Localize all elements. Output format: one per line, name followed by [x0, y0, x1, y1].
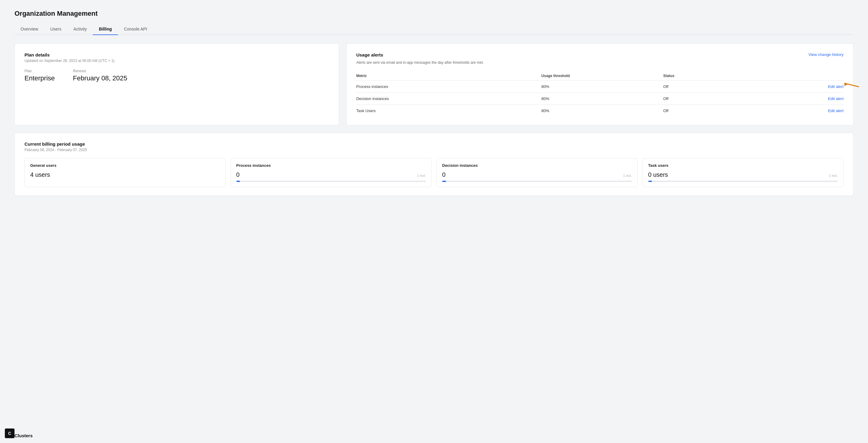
- usage-alerts-header: Usage alerts View change history: [356, 52, 843, 59]
- alert-metric-1: Decision instances: [356, 93, 541, 105]
- main-content: Organization Management Overview Users A…: [0, 0, 868, 428]
- usage-alerts-title: Usage alerts: [356, 52, 383, 57]
- tab-billing[interactable]: Billing: [93, 24, 118, 35]
- top-cards-row: Plan details Updated on September 28, 20…: [14, 43, 854, 125]
- usage-alerts-card: Usage alerts View change history Alerts …: [346, 43, 854, 125]
- edit-alert-button-2[interactable]: Edit alert: [828, 108, 843, 113]
- usage-value-row-0: 4 users: [30, 171, 220, 178]
- tab-overview[interactable]: Overview: [14, 24, 44, 35]
- alert-action-cell-1: Edit alert: [761, 93, 843, 105]
- usage-card-incl-2: 1 incl.: [623, 174, 632, 178]
- col-header-status: Status: [663, 71, 761, 81]
- alert-status-2: Off: [663, 105, 761, 117]
- plan-detail-renews: Renews February 08, 2025: [73, 69, 127, 82]
- tabs-nav: Overview Users Activity Billing Console …: [14, 24, 854, 35]
- tab-console-api[interactable]: Console API: [118, 24, 153, 35]
- renews-value: February 08, 2025: [73, 74, 127, 82]
- usage-card-task-users: Task users 0 users 1 incl.: [643, 158, 844, 187]
- usage-cards-row: General users 4 users Process instances …: [25, 158, 843, 187]
- progress-bar-task: [648, 181, 838, 182]
- clusters-section: Clusters: [0, 428, 868, 443]
- alert-action-cell-2: Edit alert: [761, 105, 843, 117]
- billing-period-dates: February 08, 2024 - February 07, 2025: [25, 148, 843, 152]
- alert-threshold-1: 80%: [541, 93, 663, 105]
- plan-detail-plan: Plan Enterprise: [25, 69, 55, 82]
- usage-alerts-description: Alerts are sent via email and in-app mes…: [356, 60, 507, 65]
- billing-period-header: Current billing period usage February 08…: [25, 141, 843, 152]
- progress-bar-fill-process: [236, 181, 240, 182]
- svg-marker-0: [844, 83, 847, 86]
- logo-letter: C: [8, 431, 11, 436]
- alert-row-task-users: Task Users 80% Off Edit alert: [356, 105, 843, 117]
- app-logo: C: [5, 429, 14, 438]
- usage-card-incl-3: 1 incl.: [829, 174, 838, 178]
- alert-threshold-2: 80%: [541, 105, 663, 117]
- billing-period-title: Current billing period usage: [25, 141, 843, 147]
- usage-card-title-0: General users: [30, 163, 220, 168]
- tab-activity[interactable]: Activity: [67, 24, 93, 35]
- usage-card-title-3: Task users: [648, 163, 838, 168]
- col-header-threshold: Usage threshold: [541, 71, 663, 81]
- billing-period-card: Current billing period usage February 08…: [14, 133, 854, 196]
- usage-card-value-0: 4 users: [30, 171, 50, 178]
- usage-card-value-2: 0: [442, 171, 445, 178]
- alert-row-decision-instances: Decision instances 80% Off Edit alert: [356, 93, 843, 105]
- progress-bar-fill-decision: [442, 181, 446, 182]
- usage-card-title-2: Decision instances: [442, 163, 632, 168]
- edit-alert-button-1[interactable]: Edit alert: [828, 96, 843, 101]
- alert-action-cell-0: Edit alert: [761, 81, 843, 93]
- alert-status-1: Off: [663, 93, 761, 105]
- clusters-title: Clusters: [14, 433, 33, 438]
- orange-arrow-annotation: [842, 82, 860, 92]
- usage-value-row-1: 0 1 incl.: [236, 171, 426, 178]
- alert-metric-2: Task Users: [356, 105, 541, 117]
- usage-card-decision-instances: Decision instances 0 1 incl.: [436, 158, 638, 187]
- usage-card-incl-1: 1 incl.: [417, 174, 426, 178]
- plan-card-subtitle: Updated on September 28, 2023 at 06:00 A…: [25, 59, 329, 63]
- progress-bar-process: [236, 181, 426, 182]
- usage-card-value-1: 0: [236, 171, 240, 178]
- plan-card-title: Plan details: [25, 52, 329, 57]
- plan-label: Plan: [25, 69, 55, 73]
- plan-details-grid: Plan Enterprise Renews February 08, 2025: [25, 69, 329, 82]
- view-change-history-link[interactable]: View change history: [808, 52, 843, 57]
- col-header-action: [761, 71, 843, 81]
- renews-label: Renews: [73, 69, 127, 73]
- alert-metric-0: Process instances: [356, 81, 541, 93]
- usage-card-title-1: Process instances: [236, 163, 426, 168]
- alert-row-process-instances: Process instances 80% Off Edit alert: [356, 81, 843, 93]
- usage-value-row-3: 0 users 1 incl.: [648, 171, 838, 178]
- page-title: Organization Management: [14, 10, 854, 18]
- app-container: Organization Management Overview Users A…: [0, 0, 868, 443]
- plan-value: Enterprise: [25, 74, 55, 82]
- plan-details-card: Plan details Updated on September 28, 20…: [14, 43, 339, 125]
- usage-card-value-3: 0 users: [648, 171, 668, 178]
- edit-alert-button-0[interactable]: Edit alert: [828, 84, 843, 89]
- usage-card-general-users: General users 4 users: [25, 158, 226, 187]
- progress-bar-fill-task: [648, 181, 652, 182]
- alert-status-0: Off: [663, 81, 761, 93]
- alerts-table: Metric Usage threshold Status Process in…: [356, 71, 843, 117]
- usage-card-process-instances: Process instances 0 1 incl.: [230, 158, 432, 187]
- usage-value-row-2: 0 1 incl.: [442, 171, 632, 178]
- tab-users[interactable]: Users: [44, 24, 67, 35]
- col-header-metric: Metric: [356, 71, 541, 81]
- alert-threshold-0: 80%: [541, 81, 663, 93]
- progress-bar-decision: [442, 181, 632, 182]
